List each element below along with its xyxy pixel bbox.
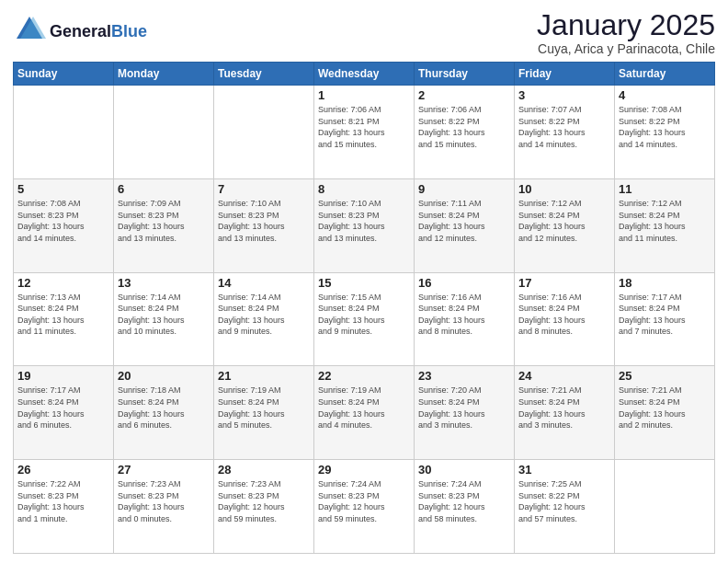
- table-row: 11Sunrise: 7:12 AMSunset: 8:24 PMDayligh…: [615, 178, 715, 272]
- col-saturday: Saturday: [615, 63, 715, 86]
- table-row: 13Sunrise: 7:14 AMSunset: 8:24 PMDayligh…: [114, 272, 214, 366]
- page: General Blue January 2025 Cuya, Arica y …: [0, 0, 728, 563]
- day-info: Sunrise: 7:19 AMSunset: 8:24 PMDaylight:…: [218, 385, 310, 431]
- day-number: 10: [518, 182, 610, 196]
- col-friday: Friday: [515, 63, 615, 86]
- day-number: 11: [619, 182, 711, 196]
- day-info: Sunrise: 7:18 AMSunset: 8:24 PMDaylight:…: [118, 385, 210, 431]
- day-number: 18: [619, 276, 711, 290]
- day-info: Sunrise: 7:16 AMSunset: 8:24 PMDaylight:…: [518, 292, 610, 338]
- day-number: 31: [518, 463, 610, 477]
- day-info: Sunrise: 7:06 AMSunset: 8:22 PMDaylight:…: [418, 104, 510, 150]
- day-info: Sunrise: 7:25 AMSunset: 8:22 PMDaylight:…: [518, 478, 610, 524]
- table-row: 24Sunrise: 7:21 AMSunset: 8:24 PMDayligh…: [515, 366, 615, 460]
- day-number: 14: [218, 276, 310, 290]
- day-number: 26: [17, 463, 109, 477]
- table-row: 26Sunrise: 7:22 AMSunset: 8:23 PMDayligh…: [14, 460, 114, 554]
- day-number: 16: [418, 276, 510, 290]
- title-section: January 2025 Cuya, Arica y Parinacota, C…: [537, 9, 715, 56]
- table-row: 14Sunrise: 7:14 AMSunset: 8:24 PMDayligh…: [214, 272, 314, 366]
- table-row: 22Sunrise: 7:19 AMSunset: 8:24 PMDayligh…: [314, 366, 415, 460]
- logo-icon: [13, 13, 46, 46]
- logo: General Blue: [13, 13, 147, 50]
- calendar-week-1: 1Sunrise: 7:06 AMSunset: 8:21 PMDaylight…: [14, 86, 715, 179]
- table-row: 28Sunrise: 7:23 AMSunset: 8:23 PMDayligh…: [214, 460, 314, 554]
- calendar-week-4: 19Sunrise: 7:17 AMSunset: 8:24 PMDayligh…: [14, 366, 715, 460]
- day-number: 7: [218, 182, 310, 196]
- day-number: 1: [318, 88, 410, 102]
- day-info: Sunrise: 7:13 AMSunset: 8:24 PMDaylight:…: [17, 292, 109, 338]
- table-row: 19Sunrise: 7:17 AMSunset: 8:24 PMDayligh…: [14, 366, 114, 460]
- day-info: Sunrise: 7:22 AMSunset: 8:23 PMDaylight:…: [17, 478, 109, 524]
- calendar-header-row: Sunday Monday Tuesday Wednesday Thursday…: [14, 63, 715, 86]
- day-info: Sunrise: 7:10 AMSunset: 8:23 PMDaylight:…: [218, 198, 310, 244]
- day-number: 19: [17, 369, 109, 383]
- day-number: 28: [218, 463, 310, 477]
- day-info: Sunrise: 7:15 AMSunset: 8:24 PMDaylight:…: [318, 292, 410, 338]
- day-info: Sunrise: 7:24 AMSunset: 8:23 PMDaylight:…: [418, 478, 510, 524]
- col-tuesday: Tuesday: [214, 63, 314, 86]
- day-number: 30: [418, 463, 510, 477]
- table-row: 7Sunrise: 7:10 AMSunset: 8:23 PMDaylight…: [214, 178, 314, 272]
- day-info: Sunrise: 7:14 AMSunset: 8:24 PMDaylight:…: [118, 292, 210, 338]
- calendar-table: Sunday Monday Tuesday Wednesday Thursday…: [13, 62, 715, 554]
- day-info: Sunrise: 7:11 AMSunset: 8:24 PMDaylight:…: [418, 198, 510, 244]
- day-number: 25: [619, 369, 711, 383]
- table-row: 30Sunrise: 7:24 AMSunset: 8:23 PMDayligh…: [415, 460, 515, 554]
- day-number: 15: [318, 276, 410, 290]
- table-row: 17Sunrise: 7:16 AMSunset: 8:24 PMDayligh…: [515, 272, 615, 366]
- table-row: 2Sunrise: 7:06 AMSunset: 8:22 PMDaylight…: [415, 86, 515, 179]
- day-info: Sunrise: 7:23 AMSunset: 8:23 PMDaylight:…: [118, 478, 210, 524]
- calendar-week-3: 12Sunrise: 7:13 AMSunset: 8:24 PMDayligh…: [14, 272, 715, 366]
- table-row: [14, 86, 114, 179]
- col-monday: Monday: [114, 63, 214, 86]
- day-info: Sunrise: 7:06 AMSunset: 8:21 PMDaylight:…: [318, 104, 410, 150]
- day-info: Sunrise: 7:08 AMSunset: 8:22 PMDaylight:…: [619, 104, 711, 150]
- day-number: 20: [118, 369, 210, 383]
- logo-general-text: General: [50, 22, 111, 41]
- table-row: 9Sunrise: 7:11 AMSunset: 8:24 PMDaylight…: [415, 178, 515, 272]
- day-number: 23: [418, 369, 510, 383]
- table-row: 31Sunrise: 7:25 AMSunset: 8:22 PMDayligh…: [515, 460, 615, 554]
- table-row: 8Sunrise: 7:10 AMSunset: 8:23 PMDaylight…: [314, 178, 415, 272]
- day-info: Sunrise: 7:23 AMSunset: 8:23 PMDaylight:…: [218, 478, 310, 524]
- day-number: 12: [17, 276, 109, 290]
- table-row: 5Sunrise: 7:08 AMSunset: 8:23 PMDaylight…: [14, 178, 114, 272]
- day-info: Sunrise: 7:17 AMSunset: 8:24 PMDaylight:…: [17, 385, 109, 431]
- day-number: 29: [318, 463, 410, 477]
- table-row: 23Sunrise: 7:20 AMSunset: 8:24 PMDayligh…: [415, 366, 515, 460]
- table-row: [114, 86, 214, 179]
- table-row: 12Sunrise: 7:13 AMSunset: 8:24 PMDayligh…: [14, 272, 114, 366]
- table-row: 3Sunrise: 7:07 AMSunset: 8:22 PMDaylight…: [515, 86, 615, 179]
- col-sunday: Sunday: [14, 63, 114, 86]
- day-info: Sunrise: 7:12 AMSunset: 8:24 PMDaylight:…: [619, 198, 711, 244]
- day-number: 6: [118, 182, 210, 196]
- table-row: 27Sunrise: 7:23 AMSunset: 8:23 PMDayligh…: [114, 460, 214, 554]
- day-info: Sunrise: 7:17 AMSunset: 8:24 PMDaylight:…: [619, 292, 711, 338]
- day-number: 8: [318, 182, 410, 196]
- header: General Blue January 2025 Cuya, Arica y …: [13, 9, 715, 56]
- day-number: 13: [118, 276, 210, 290]
- table-row: 29Sunrise: 7:24 AMSunset: 8:23 PMDayligh…: [314, 460, 415, 554]
- table-row: 15Sunrise: 7:15 AMSunset: 8:24 PMDayligh…: [314, 272, 415, 366]
- day-number: 3: [518, 88, 610, 102]
- table-row: 25Sunrise: 7:21 AMSunset: 8:24 PMDayligh…: [615, 366, 715, 460]
- location: Cuya, Arica y Parinacota, Chile: [537, 41, 715, 56]
- day-number: 27: [118, 463, 210, 477]
- day-number: 21: [218, 369, 310, 383]
- calendar-week-2: 5Sunrise: 7:08 AMSunset: 8:23 PMDaylight…: [14, 178, 715, 272]
- day-number: 17: [518, 276, 610, 290]
- day-info: Sunrise: 7:12 AMSunset: 8:24 PMDaylight:…: [518, 198, 610, 244]
- day-info: Sunrise: 7:08 AMSunset: 8:23 PMDaylight:…: [17, 198, 109, 244]
- day-info: Sunrise: 7:10 AMSunset: 8:23 PMDaylight:…: [318, 198, 410, 244]
- table-row: 20Sunrise: 7:18 AMSunset: 8:24 PMDayligh…: [114, 366, 214, 460]
- day-number: 5: [17, 182, 109, 196]
- table-row: 16Sunrise: 7:16 AMSunset: 8:24 PMDayligh…: [415, 272, 515, 366]
- day-info: Sunrise: 7:21 AMSunset: 8:24 PMDaylight:…: [619, 385, 711, 431]
- day-info: Sunrise: 7:19 AMSunset: 8:24 PMDaylight:…: [318, 385, 410, 431]
- table-row: 21Sunrise: 7:19 AMSunset: 8:24 PMDayligh…: [214, 366, 314, 460]
- table-row: [615, 460, 715, 554]
- table-row: [214, 86, 314, 179]
- month-title: January 2025: [537, 9, 715, 41]
- day-number: 22: [318, 369, 410, 383]
